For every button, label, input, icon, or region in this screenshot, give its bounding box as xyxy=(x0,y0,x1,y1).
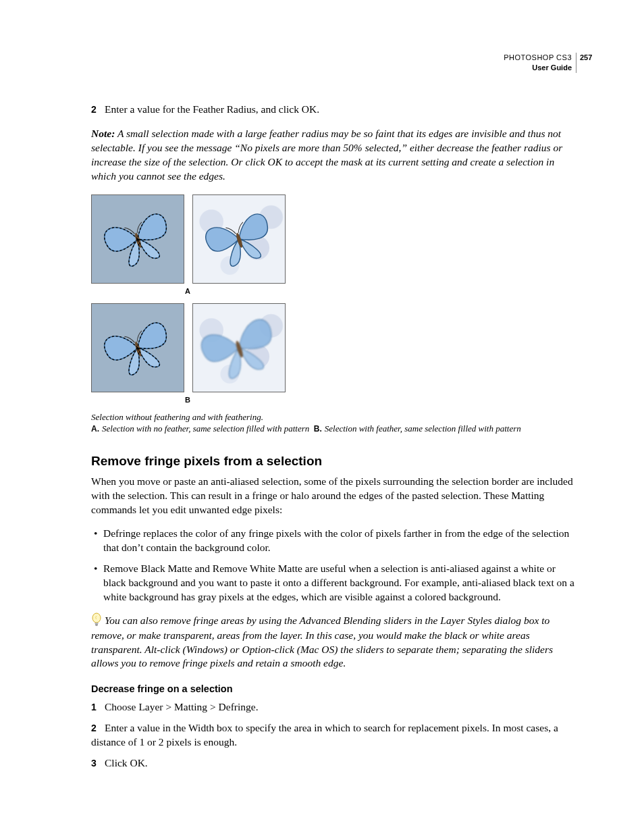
numbered-step: 2Enter a value for the Feather Radius, a… xyxy=(91,103,576,117)
figure-label-b: B xyxy=(91,395,284,405)
figure-row-a xyxy=(91,194,576,284)
document-page: 257 PHOTOSHOP CS3 User Guide 2Enter a va… xyxy=(0,0,644,834)
step-number: 2 xyxy=(91,103,99,116)
figure-caption: Selection without feathering and with fe… xyxy=(91,412,576,435)
step-number: 2 xyxy=(91,722,99,735)
step-text: Enter a value in the Width box to specif… xyxy=(91,722,558,748)
list-item: Defringe replaces the color of any fring… xyxy=(91,527,576,555)
step-text: Enter a value for the Feather Radius, an… xyxy=(105,103,319,115)
page-number: 257 xyxy=(580,53,592,63)
butterfly-icon xyxy=(192,303,286,392)
numbered-step: 1Choose Layer > Matting > Defringe. xyxy=(91,700,576,714)
step-text: Choose Layer > Matting > Defringe. xyxy=(105,701,259,712)
tip-paragraph: You can also remove fringe areas by usin… xyxy=(91,614,576,671)
svg-point-4 xyxy=(92,613,101,623)
numbered-step: 3Click OK. xyxy=(91,756,576,771)
figure-row-b xyxy=(91,303,576,392)
figure: A xyxy=(91,194,576,434)
subsection-heading: Decrease fringe on a selection xyxy=(91,683,576,696)
thumb-a-right xyxy=(192,194,286,284)
section-intro: When you move or paste an anti-aliased s… xyxy=(91,475,576,517)
thumb-b-left xyxy=(91,303,184,392)
step-number: 3 xyxy=(91,757,99,770)
caption-text-b: Selection with feather, same selection f… xyxy=(325,423,521,434)
step-number: 1 xyxy=(91,701,99,714)
section-heading: Remove fringe pixels from a selection xyxy=(91,452,576,470)
thumb-b-right xyxy=(192,303,286,392)
note-paragraph: Note: A small selection made with a larg… xyxy=(91,127,576,184)
caption-key-b: B. xyxy=(314,424,322,434)
note-label: Note: xyxy=(91,128,115,139)
butterfly-icon xyxy=(92,307,184,388)
step-text: Click OK. xyxy=(105,757,148,768)
butterfly-icon xyxy=(193,199,286,279)
figure-label-a: A xyxy=(91,286,284,296)
thumb-a-left xyxy=(91,194,184,284)
caption-text-a: Selection with no feather, same selectio… xyxy=(102,423,309,434)
guide-label: User Guide xyxy=(504,63,572,73)
note-text: A small selection made with a large feat… xyxy=(91,128,562,182)
caption-key-a: A. xyxy=(91,424,99,434)
list-item: Remove Black Matte and Remove White Matt… xyxy=(91,562,576,604)
page-body: 2Enter a value for the Feather Radius, a… xyxy=(91,103,576,771)
page-header: 257 PHOTOSHOP CS3 User Guide xyxy=(504,53,576,73)
lightbulb-icon xyxy=(91,613,102,629)
caption-main: Selection without feathering and with fe… xyxy=(91,412,263,422)
product-name: PHOTOSHOP CS3 xyxy=(504,53,572,63)
tip-text: You can also remove fringe areas by usin… xyxy=(91,615,553,669)
numbered-step: 2Enter a value in the Width box to speci… xyxy=(91,721,576,750)
butterfly-icon xyxy=(92,199,184,279)
bullet-list: Defringe replaces the color of any fring… xyxy=(91,527,576,604)
